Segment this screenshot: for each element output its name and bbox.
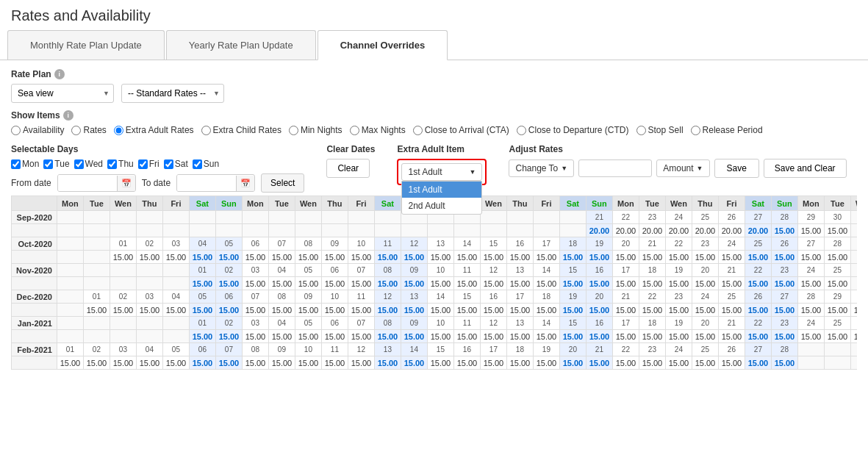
table-cell[interactable]: 15.00 — [162, 304, 189, 317]
table-cell[interactable]: 20.00 — [718, 224, 745, 237]
radio-cta[interactable]: Close to Arrival (CTA) — [413, 125, 509, 135]
table-cell[interactable]: 15.00 — [692, 304, 718, 317]
table-cell[interactable]: 15.00 — [215, 304, 242, 317]
table-cell[interactable]: 15.00 — [295, 356, 321, 370]
table-cell[interactable]: 15.00 — [771, 330, 797, 343]
extra-adult-dropdown[interactable]: 1st Adult — [401, 163, 482, 181]
table-cell[interactable]: 15.00 — [559, 304, 586, 317]
table-cell[interactable]: 15.00 — [189, 277, 215, 290]
table-cell[interactable]: 15.00 — [718, 304, 745, 317]
table-cell[interactable]: 15.00 — [374, 330, 401, 343]
table-cell[interactable] — [850, 356, 857, 370]
table-cell[interactable]: 15.00 — [480, 356, 506, 370]
radio-ctd[interactable]: Close to Departure (CTD) — [517, 125, 629, 135]
table-cell[interactable]: 15.00 — [533, 304, 559, 317]
table-cell[interactable]: 15.00 — [665, 330, 692, 343]
table-cell[interactable]: 15.00 — [506, 251, 533, 264]
table-cell[interactable]: 15.00 — [771, 224, 797, 237]
table-cell[interactable] — [850, 224, 857, 237]
table-cell[interactable]: 15.00 — [586, 251, 612, 264]
table-cell[interactable]: 15.00 — [348, 330, 374, 343]
table-cell[interactable]: 15.00 — [824, 277, 850, 290]
table-cell[interactable] — [110, 277, 136, 290]
table-cell[interactable]: 15.00 — [110, 304, 136, 317]
table-cell[interactable]: 15.00 — [771, 356, 797, 370]
table-cell[interactable]: 15.00 — [480, 304, 506, 317]
amount-select[interactable]: Amount — [656, 159, 709, 177]
table-cell[interactable]: 15.00 — [189, 304, 215, 317]
day-thu[interactable]: Thu — [107, 159, 134, 169]
to-date-input[interactable] — [177, 175, 236, 191]
table-cell[interactable]: 15.00 — [692, 277, 718, 290]
table-cell[interactable]: 15.00 — [639, 251, 665, 264]
table-cell[interactable]: 15.00 — [453, 277, 480, 290]
table-cell[interactable]: 15.00 — [136, 304, 162, 317]
radio-min-nights[interactable]: Min Nights — [289, 125, 342, 135]
table-cell[interactable]: 15.00 — [453, 330, 480, 343]
table-cell[interactable]: 15.00 — [559, 330, 586, 343]
table-cell[interactable]: 15.00 — [83, 304, 110, 317]
table-cell[interactable]: 15.00 — [374, 251, 401, 264]
table-cell[interactable]: 15.00 — [824, 224, 850, 237]
table-cell[interactable]: 15.00 — [665, 277, 692, 290]
table-cell[interactable]: 15.00 — [480, 330, 506, 343]
table-cell[interactable]: 15.00 — [797, 304, 824, 317]
table-cell[interactable]: 15.00 — [639, 356, 665, 370]
table-cell[interactable]: 15.00 — [189, 356, 215, 370]
table-cell[interactable]: 15.00 — [771, 251, 797, 264]
table-cell[interactable]: 15.00 — [242, 304, 268, 317]
table-cell[interactable] — [57, 277, 83, 290]
table-cell[interactable]: 15.00 — [401, 356, 427, 370]
table-cell[interactable]: 15.00 — [745, 304, 771, 317]
table-cell[interactable] — [850, 251, 857, 264]
table-cell[interactable] — [374, 224, 401, 237]
table-cell[interactable]: 20.00 — [612, 224, 639, 237]
table-cell[interactable]: 15.00 — [83, 356, 110, 370]
table-cell[interactable]: 15.00 — [718, 251, 745, 264]
table-cell[interactable]: 15.00 — [215, 356, 242, 370]
table-cell[interactable] — [162, 224, 189, 237]
table-cell[interactable]: 15.00 — [295, 330, 321, 343]
table-cell[interactable] — [215, 224, 242, 237]
table-cell[interactable]: 15.00 — [718, 356, 745, 370]
radio-extra-child[interactable]: Extra Child Rates — [201, 125, 281, 135]
table-cell[interactable]: 15.00 — [692, 251, 718, 264]
table-cell[interactable]: 15.00 — [639, 277, 665, 290]
day-wed[interactable]: Wed — [74, 159, 103, 169]
table-cell[interactable]: 15.00 — [57, 356, 83, 370]
table-cell[interactable]: 15.00 — [215, 330, 242, 343]
from-date-calendar-icon[interactable]: 📅 — [117, 176, 135, 191]
table-cell[interactable]: 20.00 — [665, 224, 692, 237]
table-cell[interactable]: 15.00 — [850, 304, 857, 317]
table-cell[interactable]: 15.00 — [612, 304, 639, 317]
table-cell[interactable] — [136, 224, 162, 237]
table-cell[interactable]: 15.00 — [745, 330, 771, 343]
table-cell[interactable] — [850, 277, 857, 290]
table-cell[interactable]: 15.00 — [692, 356, 718, 370]
table-cell[interactable]: 15.00 — [189, 330, 215, 343]
table-cell[interactable]: 15.00 — [189, 251, 215, 264]
rate-plan-select[interactable]: Sea view — [11, 84, 114, 103]
table-cell[interactable]: 15.00 — [427, 304, 453, 317]
table-cell[interactable]: 15.00 — [136, 356, 162, 370]
to-date-calendar-icon[interactable]: 📅 — [236, 176, 254, 191]
table-cell[interactable]: 15.00 — [797, 277, 824, 290]
table-cell[interactable] — [162, 330, 189, 343]
table-cell[interactable] — [506, 224, 533, 237]
table-cell[interactable]: 15.00 — [612, 330, 639, 343]
table-cell[interactable]: 15.00 — [718, 277, 745, 290]
table-cell[interactable]: 15.00 — [797, 330, 824, 343]
table-cell[interactable] — [136, 330, 162, 343]
table-cell[interactable]: 15.00 — [374, 277, 401, 290]
radio-availability[interactable]: Availability — [11, 125, 64, 135]
table-cell[interactable]: 15.00 — [348, 277, 374, 290]
table-cell[interactable]: 15.00 — [639, 330, 665, 343]
table-cell[interactable]: 15.00 — [162, 251, 189, 264]
table-cell[interactable] — [295, 224, 321, 237]
table-cell[interactable]: 15.00 — [559, 277, 586, 290]
table-cell[interactable]: 15.00 — [559, 251, 586, 264]
table-cell[interactable]: 15.00 — [110, 251, 136, 264]
table-cell[interactable]: 15.00 — [242, 356, 268, 370]
table-cell[interactable]: 15.00 — [348, 356, 374, 370]
table-cell[interactable] — [427, 224, 453, 237]
